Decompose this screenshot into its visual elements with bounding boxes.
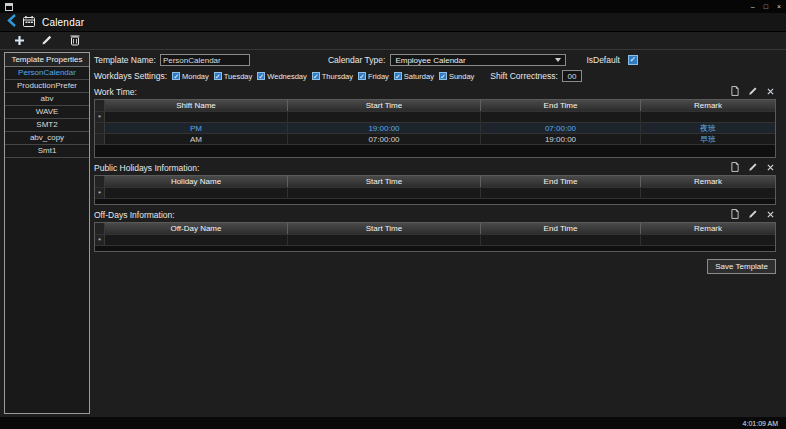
column-header-remark[interactable]: Remark <box>641 176 775 187</box>
isdefault-label: IsDefault <box>586 55 620 65</box>
close-icon <box>767 163 774 173</box>
cell-start-time[interactable] <box>288 188 481 198</box>
column-header-end-time[interactable]: End Time <box>481 223 641 234</box>
cell-remark[interactable] <box>641 188 775 198</box>
sidebar-item-smt2[interactable]: SMT2 <box>5 119 89 132</box>
delete-button[interactable] <box>68 34 82 48</box>
column-header-start-time[interactable]: Start Time <box>288 100 481 111</box>
checkbox-icon <box>439 72 447 80</box>
table-empty-area <box>95 144 775 157</box>
isdefault-checkbox[interactable] <box>628 55 638 65</box>
status-bar: 4:01:09 AM <box>0 417 786 429</box>
sidebar-item-personcalendar[interactable]: PersonCalendar <box>5 67 89 80</box>
column-header-end-time[interactable]: End Time <box>481 100 641 111</box>
calendar-type-select[interactable]: Employee Calendar <box>390 54 566 66</box>
work-time-table: Shift Name Start Time End Time Remark * … <box>94 99 776 158</box>
column-header-holiday-name[interactable]: Holiday Name <box>105 176 288 187</box>
save-template-button[interactable]: Save Template <box>707 259 776 274</box>
cell-remark[interactable] <box>641 112 775 122</box>
workday-thursday[interactable]: Thursday <box>312 72 353 81</box>
clock-text: 4:01:09 AM <box>743 420 778 427</box>
column-header-shift-name[interactable]: Shift Name <box>105 100 288 111</box>
holidays-title: Public Holidays Information: <box>94 163 199 173</box>
edit-row-button[interactable] <box>748 209 758 221</box>
document-icon <box>731 162 739 174</box>
trash-icon <box>70 32 80 50</box>
cell-end-time[interactable] <box>481 235 641 245</box>
row-marker[interactable]: * <box>95 188 105 198</box>
workday-tuesday[interactable]: Tuesday <box>214 72 253 81</box>
shift-correctness-input[interactable] <box>562 70 582 82</box>
minimize-button[interactable]: – <box>751 3 755 10</box>
calendar-type-label: Calendar Type: <box>328 55 386 65</box>
column-header-remark[interactable]: Remark <box>641 100 775 111</box>
edit-row-button[interactable] <box>748 86 758 98</box>
cell-start-time[interactable] <box>288 112 481 122</box>
work-time-title: Work Time: <box>94 87 137 97</box>
workday-wednesday[interactable]: Wednesday <box>257 72 306 81</box>
sidebar-item-productionprefer[interactable]: ProductionPrefer <box>5 80 89 93</box>
new-row-button[interactable] <box>731 162 739 174</box>
cell-end-time[interactable]: 19:00:00 <box>481 134 641 144</box>
plus-icon <box>14 32 25 50</box>
column-header-end-time[interactable]: End Time <box>481 176 641 187</box>
column-header-start-time[interactable]: Start Time <box>288 223 481 234</box>
workday-saturday[interactable]: Saturday <box>394 72 434 81</box>
close-icon <box>767 87 774 97</box>
cell-end-time[interactable]: 07:00:00 <box>481 123 641 133</box>
title-bar: – □ × <box>0 0 786 13</box>
cell-start-time[interactable] <box>288 235 481 245</box>
pencil-icon <box>748 162 758 174</box>
sidebar-item-abv[interactable]: abv <box>5 93 89 106</box>
column-header-offday-name[interactable]: Off-Day Name <box>105 223 288 234</box>
edit-button[interactable] <box>40 34 54 48</box>
column-header-start-time[interactable]: Start Time <box>288 176 481 187</box>
table-row-am: AM 07:00:00 19:00:00 早班 <box>95 133 775 144</box>
table-row-pm: PM 19:00:00 07:00:00 夜班 <box>95 122 775 133</box>
sidebar-item-wave[interactable]: WAVE <box>5 106 89 119</box>
table-corner[interactable] <box>95 176 105 187</box>
cell-remark[interactable]: 夜班 <box>641 123 775 133</box>
cell-remark[interactable]: 早班 <box>641 134 775 144</box>
chevron-down-icon <box>555 58 561 65</box>
delete-row-button[interactable] <box>767 163 774 173</box>
row-marker[interactable] <box>95 134 105 144</box>
cell-end-time[interactable] <box>481 188 641 198</box>
cell-shift-name[interactable]: PM <box>105 123 288 133</box>
sidebar-item-smt1[interactable]: Smt1 <box>5 145 89 158</box>
cell-offday-name[interactable] <box>105 235 288 245</box>
add-button[interactable] <box>12 34 26 48</box>
new-row-button[interactable] <box>731 86 739 98</box>
app-icon <box>5 3 13 11</box>
checkbox-icon <box>172 72 180 80</box>
cell-remark[interactable] <box>641 235 775 245</box>
cell-shift-name[interactable] <box>105 112 288 122</box>
workday-friday[interactable]: Friday <box>358 72 389 81</box>
back-button[interactable] <box>7 13 16 31</box>
template-name-input[interactable] <box>160 54 250 66</box>
edit-row-button[interactable] <box>748 162 758 174</box>
app-header: Calendar <box>0 13 786 32</box>
sidebar-item-abv-copy[interactable]: abv_copy <box>5 132 89 145</box>
column-header-remark[interactable]: Remark <box>641 223 775 234</box>
new-row-button[interactable] <box>731 209 739 221</box>
delete-row-button[interactable] <box>767 87 774 97</box>
workday-sunday[interactable]: Sunday <box>439 72 474 81</box>
table-corner[interactable] <box>95 223 105 234</box>
checkbox-icon <box>312 72 320 80</box>
chevron-left-icon <box>7 13 16 31</box>
maximize-button[interactable]: □ <box>764 3 768 10</box>
cell-start-time[interactable]: 19:00:00 <box>288 123 481 133</box>
row-marker[interactable] <box>95 123 105 133</box>
row-marker[interactable]: * <box>95 112 105 122</box>
row-marker[interactable]: * <box>95 235 105 245</box>
delete-row-button[interactable] <box>767 210 774 220</box>
table-corner[interactable] <box>95 100 105 111</box>
cell-start-time[interactable]: 07:00:00 <box>288 134 481 144</box>
workday-monday[interactable]: Monday <box>172 72 209 81</box>
cell-shift-name[interactable]: AM <box>105 134 288 144</box>
cell-holiday-name[interactable] <box>105 188 288 198</box>
close-button[interactable]: × <box>777 3 781 10</box>
calendar-type-value: Employee Calendar <box>395 56 465 65</box>
cell-end-time[interactable] <box>481 112 641 122</box>
